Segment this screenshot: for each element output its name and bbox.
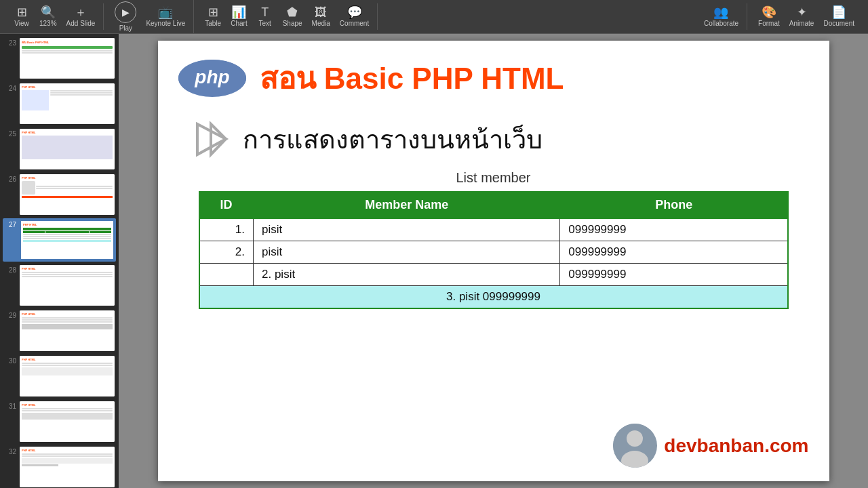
text-label: Text xyxy=(259,20,271,27)
slide-number-30: 30 xyxy=(4,356,16,365)
slide-thumbnail-28: PHP HTML xyxy=(20,265,115,306)
animate-button[interactable]: ✦ Animate xyxy=(785,3,818,30)
cell-name-1: pisit xyxy=(254,218,560,241)
slide-thumbnail-24: PHP HTML xyxy=(20,83,115,124)
slide-thumb-23[interactable]: 23 สอน Basic PHP HTML xyxy=(3,37,116,80)
comment-button[interactable]: 💬 Comment xyxy=(336,3,373,30)
media-icon: 🖼 xyxy=(315,6,327,18)
slide-thumbnail-29: PHP HTML xyxy=(20,310,115,351)
media-label: Media xyxy=(312,20,330,27)
collaborate-button[interactable]: 👥 Collaborate xyxy=(700,3,743,30)
toolbar-view-group: ⊞ View 🔍 123% ＋ Add Slide xyxy=(5,3,104,30)
slide-header: php สอน Basic PHP HTML xyxy=(158,41,829,108)
slide-footer: devbanban.com xyxy=(613,424,808,468)
slide-thumb-26[interactable]: 26 PHP HTML xyxy=(3,173,116,216)
slide-thumbnail-30: PHP HTML xyxy=(20,356,115,396)
chart-icon: 📊 xyxy=(231,6,246,18)
slide-thumbnail-27: PHP HTML xyxy=(20,220,115,260)
slide-thumbnail-32: PHP HTML xyxy=(20,447,115,487)
svg-point-5 xyxy=(627,430,643,447)
main-area: 23 สอน Basic PHP HTML 24 PHP HTML xyxy=(0,34,868,488)
table-row: 2. pisit 099999999 xyxy=(199,241,788,264)
chart-button[interactable]: 📊 Chart xyxy=(226,3,251,30)
table-icon: ⊞ xyxy=(208,6,218,18)
keynote-live-label: Keynote Live xyxy=(146,20,185,27)
slide-subtitle-row: การแสดงตารางบนหน้าเว็บ xyxy=(158,108,829,170)
slide-number-23: 23 xyxy=(4,38,16,47)
collaborate-icon: 👥 xyxy=(713,6,728,18)
text-icon: T xyxy=(261,6,269,18)
play-button[interactable]: ▶ Play xyxy=(111,0,140,35)
slide-thumb-32[interactable]: 32 PHP HTML xyxy=(3,445,116,488)
view-button[interactable]: ⊞ View xyxy=(9,3,34,30)
add-slide-button[interactable]: ＋ Add Slide xyxy=(62,3,100,30)
animate-icon: ✦ xyxy=(797,6,807,18)
slide-number-32: 32 xyxy=(4,447,16,455)
php-logo: php xyxy=(178,60,246,97)
col-header-name: Member Name xyxy=(254,192,560,218)
toolbar-collab-group: 👥 Collaborate xyxy=(696,3,747,30)
zoom-button[interactable]: 🔍 123% xyxy=(35,3,61,30)
keynote-live-button[interactable]: 📺 Keynote Live xyxy=(142,3,189,30)
slide-thumb-30[interactable]: 30 PHP HTML xyxy=(3,354,116,398)
zoom-icon: 🔍 xyxy=(41,6,56,18)
slide-thumb-24[interactable]: 24 PHP HTML xyxy=(3,82,116,125)
slide-canvas: php สอน Basic PHP HTML การแสดงตารางบนหน้… xyxy=(119,34,868,488)
table-row-highlight: 3. pisit 099999999 xyxy=(199,286,788,309)
shape-label: Shape xyxy=(283,20,302,27)
table-row: 2. pisit 099999999 xyxy=(199,264,788,286)
slide-thumbnail-23: สอน Basic PHP HTML xyxy=(20,38,115,79)
add-slide-icon: ＋ xyxy=(75,6,87,18)
cell-phone-3: 099999999 xyxy=(560,264,788,286)
play-icon: ▶ xyxy=(115,1,136,23)
toolbar-insert-group: ⊞ Table 📊 Chart T Text ⬟ Shape 🖼 Media 💬… xyxy=(197,3,378,30)
table-button[interactable]: ⊞ Table xyxy=(201,3,225,30)
slide-number-29: 29 xyxy=(4,310,16,319)
animate-label: Animate xyxy=(789,20,814,27)
collaborate-label: Collaborate xyxy=(704,20,738,27)
toolbar-play-group: ▶ Play 📺 Keynote Live xyxy=(106,0,194,35)
slide-number-25: 25 xyxy=(4,129,16,138)
brand-label: devbanban.com xyxy=(664,435,808,457)
table-label: Table xyxy=(205,20,221,27)
format-icon: 🎨 xyxy=(762,6,776,18)
comment-icon: 💬 xyxy=(347,6,362,18)
add-slide-label: Add Slide xyxy=(66,20,96,27)
slide-thumb-28[interactable]: 28 PHP HTML xyxy=(3,264,116,307)
toolbar: ⊞ View 🔍 123% ＋ Add Slide ▶ Play 📺 Keyno… xyxy=(0,0,868,34)
slide-thumbnail-25: PHP HTML xyxy=(20,129,115,169)
cell-phone-1: 099999999 xyxy=(560,218,788,241)
cell-name-3: 2. pisit xyxy=(254,264,560,286)
table-section: List member ID Member Name Phone 1. pisi… xyxy=(158,170,829,309)
slide-thumbnail-31: PHP HTML xyxy=(20,401,115,442)
play-arrow-icon xyxy=(192,121,229,158)
cell-id-2: 2. xyxy=(199,241,254,264)
slide-thumb-25[interactable]: 25 PHP HTML xyxy=(3,127,116,171)
slide-thumb-27[interactable]: 27 PHP HTML xyxy=(3,218,116,262)
comment-label: Comment xyxy=(340,20,369,27)
cell-highlight: 3. pisit 099999999 xyxy=(199,286,788,309)
document-label: Document xyxy=(823,20,854,27)
zoom-label: 123% xyxy=(39,20,57,27)
cell-phone-2: 099999999 xyxy=(560,241,788,264)
slide-number-26: 26 xyxy=(4,174,16,183)
slide-number-27: 27 xyxy=(4,220,16,228)
slide-thumb-31[interactable]: 31 PHP HTML xyxy=(3,400,116,443)
toolbar-panel-group: 🎨 Format ✦ Animate 📄 Document xyxy=(750,3,863,30)
slide-panel[interactable]: 23 สอน Basic PHP HTML 24 PHP HTML xyxy=(0,34,119,488)
slide[interactable]: php สอน Basic PHP HTML การแสดงตารางบนหน้… xyxy=(158,41,829,481)
avatar xyxy=(613,424,657,468)
slide-number-31: 31 xyxy=(4,401,16,410)
format-button[interactable]: 🎨 Format xyxy=(754,3,784,30)
view-icon: ⊞ xyxy=(17,6,27,18)
cell-id-3 xyxy=(199,264,254,286)
document-button[interactable]: 📄 Document xyxy=(819,3,859,30)
shape-button[interactable]: ⬟ Shape xyxy=(279,3,307,30)
slide-thumb-29[interactable]: 29 PHP HTML xyxy=(3,309,116,352)
media-button[interactable]: 🖼 Media xyxy=(308,3,334,30)
col-header-id: ID xyxy=(199,192,254,218)
slide-subtitle: การแสดงตารางบนหน้าเว็บ xyxy=(243,119,542,160)
cell-name-2: pisit xyxy=(254,241,560,264)
text-button[interactable]: T Text xyxy=(253,3,277,30)
shape-icon: ⬟ xyxy=(287,6,298,18)
